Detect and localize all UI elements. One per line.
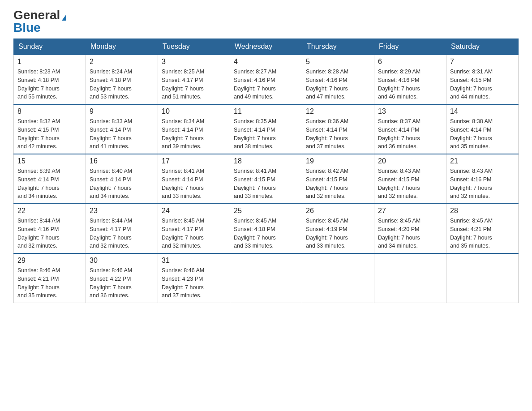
calendar-cell: 30 Sunrise: 8:46 AMSunset: 4:22 PMDaylig…	[86, 253, 158, 303]
day-number: 6	[378, 58, 442, 66]
calendar-cell: 18 Sunrise: 8:41 AMSunset: 4:15 PMDaylig…	[230, 154, 302, 204]
day-number: 14	[450, 107, 515, 116]
calendar-table: SundayMondayTuesdayWednesdayThursdayFrid…	[13, 39, 519, 303]
day-info: Sunrise: 8:44 AMSunset: 4:16 PMDaylight:…	[17, 218, 60, 249]
calendar-cell: 10 Sunrise: 8:34 AMSunset: 4:14 PMDaylig…	[158, 104, 230, 154]
calendar-cell: 17 Sunrise: 8:41 AMSunset: 4:14 PMDaylig…	[158, 154, 230, 204]
day-info: Sunrise: 8:37 AMSunset: 4:14 PMDaylight:…	[378, 118, 420, 150]
day-number: 23	[90, 207, 154, 215]
calendar-cell: 14 Sunrise: 8:38 AMSunset: 4:14 PMDaylig…	[446, 104, 519, 154]
day-info: Sunrise: 8:36 AMSunset: 4:14 PMDaylight:…	[306, 118, 348, 150]
calendar-cell: 27 Sunrise: 8:45 AMSunset: 4:20 PMDaylig…	[374, 204, 446, 253]
day-number: 18	[234, 157, 298, 165]
day-number: 17	[162, 157, 226, 165]
day-info: Sunrise: 8:45 AMSunset: 4:19 PMDaylight:…	[306, 218, 348, 249]
calendar-cell: 7 Sunrise: 8:31 AMSunset: 4:15 PMDayligh…	[446, 55, 519, 104]
calendar-cell: 28 Sunrise: 8:45 AMSunset: 4:21 PMDaylig…	[446, 204, 519, 253]
day-number: 10	[162, 107, 226, 116]
calendar-cell: 24 Sunrise: 8:45 AMSunset: 4:17 PMDaylig…	[158, 204, 230, 253]
day-number: 22	[17, 207, 82, 215]
day-info: Sunrise: 8:41 AMSunset: 4:14 PMDaylight:…	[162, 168, 204, 199]
day-info: Sunrise: 8:39 AMSunset: 4:14 PMDaylight:…	[17, 168, 60, 199]
day-info: Sunrise: 8:41 AMSunset: 4:15 PMDaylight:…	[234, 168, 276, 199]
calendar-cell: 8 Sunrise: 8:32 AMSunset: 4:15 PMDayligh…	[14, 104, 86, 154]
weekday-header-sunday: Sunday	[14, 39, 86, 55]
day-number: 26	[306, 207, 370, 215]
day-number: 31	[162, 257, 226, 265]
day-number: 27	[378, 207, 442, 215]
day-number: 2	[90, 58, 154, 66]
day-number: 4	[234, 58, 298, 66]
calendar-week-row: 8 Sunrise: 8:32 AMSunset: 4:15 PMDayligh…	[14, 104, 519, 154]
weekday-header-wednesday: Wednesday	[230, 39, 302, 55]
logo: General Blue	[13, 9, 66, 34]
day-info: Sunrise: 8:43 AMSunset: 4:16 PMDaylight:…	[450, 168, 493, 199]
page-header: General Blue	[13, 9, 519, 34]
logo-general-text: General	[13, 8, 60, 22]
weekday-header-thursday: Thursday	[302, 39, 374, 55]
day-number: 3	[162, 58, 226, 66]
calendar-cell: 21 Sunrise: 8:43 AMSunset: 4:16 PMDaylig…	[446, 154, 519, 204]
day-info: Sunrise: 8:46 AMSunset: 4:22 PMDaylight:…	[90, 267, 132, 299]
day-number: 15	[17, 157, 82, 165]
weekday-header-friday: Friday	[374, 39, 446, 55]
calendar-cell: 2 Sunrise: 8:24 AMSunset: 4:18 PMDayligh…	[86, 55, 158, 104]
day-number: 28	[450, 207, 515, 215]
calendar-week-row: 29 Sunrise: 8:46 AMSunset: 4:21 PMDaylig…	[14, 253, 519, 303]
day-number: 11	[234, 107, 298, 116]
calendar-cell: 11 Sunrise: 8:35 AMSunset: 4:14 PMDaylig…	[230, 104, 302, 154]
day-info: Sunrise: 8:42 AMSunset: 4:15 PMDaylight:…	[306, 168, 348, 199]
calendar-cell: 12 Sunrise: 8:36 AMSunset: 4:14 PMDaylig…	[302, 104, 374, 154]
day-info: Sunrise: 8:45 AMSunset: 4:20 PMDaylight:…	[378, 218, 420, 249]
day-info: Sunrise: 8:31 AMSunset: 4:15 PMDaylight:…	[450, 68, 493, 100]
calendar-cell: 1 Sunrise: 8:23 AMSunset: 4:18 PMDayligh…	[14, 55, 86, 104]
day-number: 9	[90, 107, 154, 116]
day-number: 13	[378, 107, 442, 116]
calendar-cell	[302, 253, 374, 303]
day-info: Sunrise: 8:45 AMSunset: 4:18 PMDaylight:…	[234, 218, 276, 249]
calendar-cell: 22 Sunrise: 8:44 AMSunset: 4:16 PMDaylig…	[14, 204, 86, 253]
day-info: Sunrise: 8:29 AMSunset: 4:16 PMDaylight:…	[378, 68, 420, 100]
calendar-cell	[446, 253, 519, 303]
day-info: Sunrise: 8:45 AMSunset: 4:17 PMDaylight:…	[162, 218, 204, 249]
calendar-week-row: 15 Sunrise: 8:39 AMSunset: 4:14 PMDaylig…	[14, 154, 519, 204]
day-info: Sunrise: 8:44 AMSunset: 4:17 PMDaylight:…	[90, 218, 132, 249]
day-info: Sunrise: 8:23 AMSunset: 4:18 PMDaylight:…	[17, 68, 60, 100]
day-info: Sunrise: 8:43 AMSunset: 4:15 PMDaylight:…	[378, 168, 420, 199]
calendar-cell: 4 Sunrise: 8:27 AMSunset: 4:16 PMDayligh…	[230, 55, 302, 104]
day-number: 29	[17, 257, 82, 265]
day-number: 12	[306, 107, 370, 116]
logo-triangle-icon	[62, 14, 66, 21]
day-info: Sunrise: 8:45 AMSunset: 4:21 PMDaylight:…	[450, 218, 493, 249]
day-info: Sunrise: 8:32 AMSunset: 4:15 PMDaylight:…	[17, 118, 60, 150]
logo-general-line: General	[13, 9, 66, 21]
calendar-week-row: 22 Sunrise: 8:44 AMSunset: 4:16 PMDaylig…	[14, 204, 519, 253]
calendar-cell: 6 Sunrise: 8:29 AMSunset: 4:16 PMDayligh…	[374, 55, 446, 104]
day-info: Sunrise: 8:46 AMSunset: 4:21 PMDaylight:…	[17, 267, 60, 299]
day-info: Sunrise: 8:34 AMSunset: 4:14 PMDaylight:…	[162, 118, 204, 150]
day-info: Sunrise: 8:38 AMSunset: 4:14 PMDaylight:…	[450, 118, 493, 150]
calendar-cell	[374, 253, 446, 303]
day-number: 1	[17, 58, 82, 66]
calendar-cell: 19 Sunrise: 8:42 AMSunset: 4:15 PMDaylig…	[302, 154, 374, 204]
calendar-cell: 15 Sunrise: 8:39 AMSunset: 4:14 PMDaylig…	[14, 154, 86, 204]
day-number: 24	[162, 207, 226, 215]
calendar-cell: 3 Sunrise: 8:25 AMSunset: 4:17 PMDayligh…	[158, 55, 230, 104]
day-info: Sunrise: 8:27 AMSunset: 4:16 PMDaylight:…	[234, 68, 276, 100]
day-number: 19	[306, 157, 370, 165]
calendar-cell: 20 Sunrise: 8:43 AMSunset: 4:15 PMDaylig…	[374, 154, 446, 204]
calendar-week-row: 1 Sunrise: 8:23 AMSunset: 4:18 PMDayligh…	[14, 55, 519, 104]
calendar-cell: 5 Sunrise: 8:28 AMSunset: 4:16 PMDayligh…	[302, 55, 374, 104]
weekday-header-saturday: Saturday	[446, 39, 519, 55]
day-info: Sunrise: 8:25 AMSunset: 4:17 PMDaylight:…	[162, 68, 204, 100]
calendar-cell: 9 Sunrise: 8:33 AMSunset: 4:14 PMDayligh…	[86, 104, 158, 154]
day-number: 7	[450, 58, 515, 66]
day-info: Sunrise: 8:40 AMSunset: 4:14 PMDaylight:…	[90, 168, 132, 199]
weekday-header-row: SundayMondayTuesdayWednesdayThursdayFrid…	[14, 39, 519, 55]
calendar-cell: 13 Sunrise: 8:37 AMSunset: 4:14 PMDaylig…	[374, 104, 446, 154]
calendar-cell: 16 Sunrise: 8:40 AMSunset: 4:14 PMDaylig…	[86, 154, 158, 204]
day-info: Sunrise: 8:33 AMSunset: 4:14 PMDaylight:…	[90, 118, 132, 150]
day-number: 30	[90, 257, 154, 265]
day-info: Sunrise: 8:24 AMSunset: 4:18 PMDaylight:…	[90, 68, 132, 100]
calendar-cell: 31 Sunrise: 8:46 AMSunset: 4:23 PMDaylig…	[158, 253, 230, 303]
